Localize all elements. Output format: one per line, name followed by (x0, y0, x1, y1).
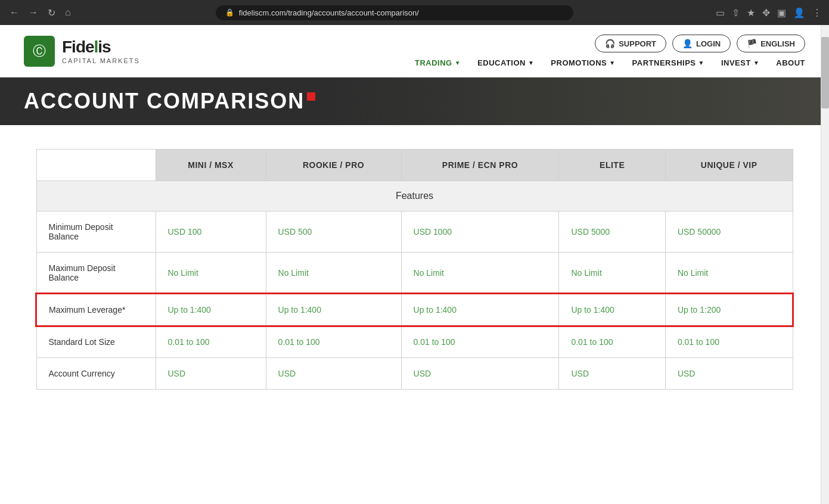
comparison-table: MINI / MSX ROOKIE / PRO PRIME / ECN PRO … (36, 149, 793, 390)
user-icon: 👤 (682, 39, 693, 48)
red-accent-decoration (307, 92, 315, 101)
header-right: 🎧 SUPPORT 👤 LOGIN 🏴 ENGLISH TRADING ▼ ED… (415, 35, 805, 67)
col-header-empty (36, 150, 156, 181)
cell-max-deposit-rookie: No Limit (266, 253, 401, 294)
brand-name: Fidelis (62, 37, 140, 57)
nav-promotions[interactable]: PROMOTIONS ▼ (551, 58, 615, 67)
url-text: fideliscm.com/trading/accounts/account-c… (239, 8, 419, 17)
cell-lot-unique: 0.01 to 100 (665, 326, 793, 358)
nav-invest[interactable]: INVEST ▼ (721, 58, 759, 67)
row-label-min-deposit: Minimum Deposit Balance (36, 211, 156, 253)
row-label-lot-size: Standard Lot Size (36, 326, 156, 358)
nav-about[interactable]: ABOUT (776, 58, 805, 67)
hero-title-text: ACCOUNT COMPARISON (24, 89, 305, 113)
headset-icon: 🎧 (605, 39, 615, 48)
cell-currency-unique: USD (665, 358, 793, 390)
cell-leverage-prime: Up to 1:400 (401, 294, 559, 326)
nav-partnerships[interactable]: PARTNERSHIPS ▼ (632, 58, 704, 67)
nav-about-label: ABOUT (776, 58, 805, 67)
features-label: Features (36, 181, 793, 211)
row-label-max-deposit: Maximum Deposit Balance (36, 253, 156, 294)
table-row-min-deposit: Minimum Deposit Balance USD 100 USD 500 … (36, 211, 793, 253)
scrollbar[interactable] (821, 25, 829, 413)
nav-partnerships-label: PARTNERSHIPS (632, 58, 696, 67)
nav-home-button[interactable]: ⌂ (63, 5, 73, 20)
table-row-currency: Account Currency USD USD USD USD USD (36, 358, 793, 390)
window-icon[interactable]: ▣ (777, 7, 786, 18)
table-header-row: MINI / MSX ROOKIE / PRO PRIME / ECN PRO … (36, 150, 793, 181)
site-header: Ⓒ Fidelis CAPITAL MARKETS 🎧 SUPPORT 👤 LO… (0, 25, 829, 77)
hero-title: ACCOUNT COMPARISON (24, 89, 315, 114)
nav-partnerships-arrow: ▼ (698, 60, 704, 66)
cell-lot-prime: 0.01 to 100 (401, 326, 559, 358)
browser-actions: ▭ ⇧ ★ ✥ ▣ 👤 ⋮ (716, 7, 822, 18)
nav-invest-label: INVEST (721, 58, 751, 67)
cell-currency-mini: USD (156, 358, 266, 390)
nav-education-label: EDUCATION (477, 58, 526, 67)
support-label: SUPPORT (619, 39, 656, 48)
nav-promotions-label: PROMOTIONS (551, 58, 607, 67)
share-icon[interactable]: ⇧ (732, 7, 740, 18)
language-button[interactable]: 🏴 ENGLISH (737, 35, 805, 52)
cell-lot-elite: 0.01 to 100 (559, 326, 665, 358)
nav-invest-arrow: ▼ (753, 60, 759, 66)
nav-education[interactable]: EDUCATION ▼ (477, 58, 534, 67)
nav-refresh-button[interactable]: ↻ (45, 5, 58, 21)
cell-lot-rookie: 0.01 to 100 (266, 326, 401, 358)
cell-max-deposit-elite: No Limit (559, 253, 665, 294)
cell-min-deposit-unique: USD 50000 (665, 211, 793, 253)
cell-leverage-unique: Up to 1:200 (665, 294, 793, 326)
nav-trading-label: TRADING (415, 58, 452, 67)
scrollbar-thumb[interactable] (821, 37, 829, 108)
cell-min-deposit-mini: USD 100 (156, 211, 266, 253)
cell-max-deposit-unique: No Limit (665, 253, 793, 294)
cell-leverage-elite: Up to 1:400 (559, 294, 665, 326)
logo-area: Ⓒ Fidelis CAPITAL MARKETS (24, 36, 140, 67)
col-header-mini: MINI / MSX (156, 150, 266, 181)
col-header-rookie: ROOKIE / PRO (266, 150, 401, 181)
cell-currency-elite: USD (559, 358, 665, 390)
nav-trading-arrow: ▼ (455, 60, 461, 66)
col-header-prime: PRIME / ECN PRO (401, 150, 559, 181)
cell-leverage-mini: Up to 1:400 (156, 294, 266, 326)
cell-min-deposit-prime: USD 1000 (401, 211, 559, 253)
col-header-unique: UNIQUE / VIP (665, 150, 793, 181)
cell-max-deposit-mini: No Limit (156, 253, 266, 294)
cell-max-deposit-prime: No Limit (401, 253, 559, 294)
row-label-max-leverage: Maximum Leverage* (36, 294, 156, 326)
login-label: LOGIN (696, 39, 721, 48)
browser-chrome: ← → ↻ ⌂ 🔒 fideliscm.com/trading/accounts… (0, 0, 829, 25)
lock-icon: 🔒 (225, 8, 234, 17)
cast-icon[interactable]: ▭ (716, 7, 725, 18)
table-row-max-deposit: Maximum Deposit Balance No Limit No Limi… (36, 253, 793, 294)
extensions-icon[interactable]: ✥ (762, 7, 770, 18)
features-section-row: Features (36, 181, 793, 211)
nav-forward-button[interactable]: → (26, 5, 41, 20)
row-label-currency: Account Currency (36, 358, 156, 390)
nav-trading[interactable]: TRADING ▼ (415, 58, 461, 67)
hero-banner: ACCOUNT COMPARISON (0, 77, 829, 125)
cell-min-deposit-rookie: USD 500 (266, 211, 401, 253)
logo-icon: Ⓒ (24, 36, 55, 67)
support-button[interactable]: 🎧 SUPPORT (595, 35, 666, 52)
nav-education-arrow: ▼ (528, 60, 534, 66)
language-label: ENGLISH (760, 39, 795, 48)
nav-promotions-arrow: ▼ (609, 60, 615, 66)
login-button[interactable]: 👤 LOGIN (672, 35, 731, 52)
cell-min-deposit-elite: USD 5000 (559, 211, 665, 253)
nav-back-button[interactable]: ← (7, 5, 21, 20)
table-row-lot-size: Standard Lot Size 0.01 to 100 0.01 to 10… (36, 326, 793, 358)
bookmark-icon[interactable]: ★ (747, 7, 755, 18)
address-bar[interactable]: 🔒 fideliscm.com/trading/accounts/account… (216, 5, 573, 20)
profile-icon[interactable]: 👤 (793, 7, 805, 18)
menu-icon[interactable]: ⋮ (812, 7, 822, 18)
main-nav: TRADING ▼ EDUCATION ▼ PROMOTIONS ▼ PARTN… (415, 58, 805, 67)
header-top-actions: 🎧 SUPPORT 👤 LOGIN 🏴 ENGLISH (595, 35, 805, 52)
cell-lot-mini: 0.01 to 100 (156, 326, 266, 358)
col-header-elite: ELITE (559, 150, 665, 181)
cell-leverage-rookie: Up to 1:400 (266, 294, 401, 326)
brand-sub: CAPITAL MARKETS (62, 57, 140, 65)
logo-text: Fidelis CAPITAL MARKETS (62, 37, 140, 65)
cell-currency-rookie: USD (266, 358, 401, 390)
content-area: MINI / MSX ROOKIE / PRO PRIME / ECN PRO … (0, 125, 829, 413)
